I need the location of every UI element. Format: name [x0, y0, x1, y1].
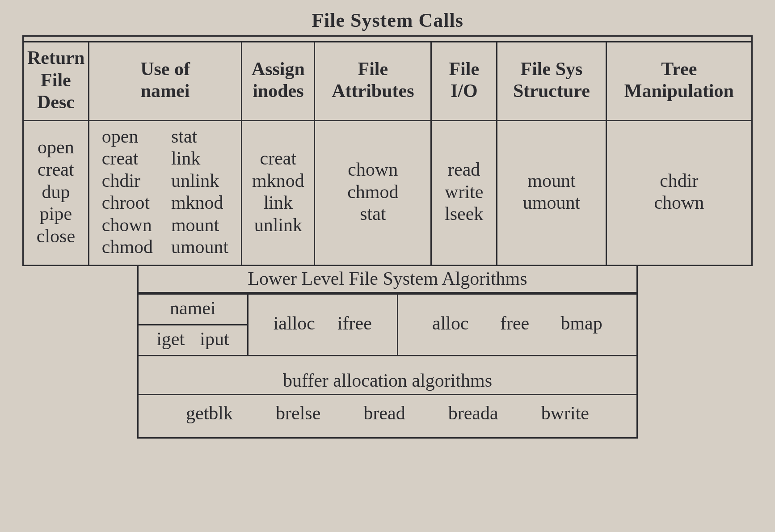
call: creat	[260, 148, 297, 170]
algo: breada	[448, 402, 498, 424]
call: link	[264, 192, 293, 214]
call: chroot	[102, 192, 150, 214]
call: creat	[102, 148, 139, 170]
buffer-title: buffer allocation algorithms	[137, 369, 638, 395]
call: dup	[42, 181, 70, 203]
call: mount	[527, 170, 575, 192]
col-header-assign-inodes: Assigninodes	[242, 42, 315, 121]
lower-title: Lower Level File System Algorithms	[137, 266, 638, 293]
col-header-use-of-namei: Use ofnamei	[88, 42, 242, 121]
buffer-body: getblk brelse bread breada bwrite	[137, 395, 638, 439]
algo: iget	[156, 328, 185, 350]
algo: bwrite	[541, 402, 589, 424]
algo: bmap	[560, 312, 602, 334]
call: umount	[171, 236, 228, 258]
lower-group3: alloc free bmap	[397, 294, 637, 355]
call: chown	[348, 159, 398, 181]
call: umount	[523, 192, 580, 214]
call: lseek	[445, 203, 483, 225]
call: chdir	[102, 170, 140, 192]
table-body-row: open creat dup pipe close openstat creat…	[23, 120, 752, 265]
call: read	[448, 159, 480, 181]
algo: bread	[363, 402, 405, 424]
call: stat	[360, 203, 386, 225]
syscalls-table: ReturnFileDesc Use ofnamei Assigninodes …	[22, 35, 753, 266]
lower-group1-head: namei	[138, 294, 248, 325]
call: chmod	[102, 236, 153, 258]
algo: iput	[200, 328, 229, 350]
lower-group2: ialloc ifree	[248, 294, 397, 355]
cell-return-file-desc: open creat dup pipe close	[23, 120, 89, 265]
table-header-row: ReturnFileDesc Use ofnamei Assigninodes …	[23, 42, 752, 121]
call: close	[37, 225, 75, 248]
gap-between-levels	[137, 356, 638, 369]
lower-level-block: Lower Level File System Algorithms namei…	[137, 266, 638, 439]
cell-file-attributes: chown chmod stat	[315, 120, 431, 265]
algo: alloc	[432, 312, 469, 334]
call: stat	[171, 126, 197, 148]
algo: free	[500, 312, 529, 334]
cell-assign-inodes: creat mknod link unlink	[242, 120, 315, 265]
call: chown	[654, 192, 704, 214]
algo: getblk	[186, 402, 233, 424]
call: open	[102, 126, 139, 148]
call: link	[171, 148, 200, 170]
call: creat	[38, 159, 74, 181]
cell-file-sys-structure: mount umount	[497, 120, 607, 265]
call: mknod	[252, 170, 304, 192]
call: mount	[171, 214, 219, 236]
cell-use-of-namei: openstat creatlink chdirunlink chrootmkn…	[88, 120, 242, 265]
call: unlink	[171, 170, 219, 192]
call: open	[38, 136, 74, 159]
call: unlink	[254, 214, 302, 236]
algo: brelse	[276, 402, 320, 424]
page-title: File System Calls	[22, 9, 753, 32]
call: mknod	[171, 192, 223, 214]
col-header-file-attributes: FileAttributes	[315, 42, 431, 121]
call: pipe	[40, 203, 72, 225]
call: chdir	[660, 170, 698, 192]
col-header-file-sys-structure: File SysStructure	[497, 42, 607, 121]
call: chown	[102, 214, 152, 236]
call: write	[445, 181, 483, 203]
cell-file-io: read write lseek	[431, 120, 497, 265]
call: chmod	[347, 181, 398, 203]
algo: ifree	[337, 312, 372, 334]
algo: ialloc	[274, 312, 315, 334]
table-top-rule	[23, 36, 752, 42]
col-header-tree-manipulation: TreeManipulation	[606, 42, 752, 121]
lower-group1-body: iget iput	[138, 325, 248, 355]
col-header-file-io: FileI/O	[431, 42, 497, 121]
diagram-root: File System Calls ReturnFileDesc Use ofn…	[22, 9, 753, 439]
lower-table: namei ialloc ifree alloc free bmap	[137, 293, 638, 356]
col-header-return-file-desc: ReturnFileDesc	[23, 42, 89, 121]
cell-tree-manipulation: chdir chown	[606, 120, 752, 265]
